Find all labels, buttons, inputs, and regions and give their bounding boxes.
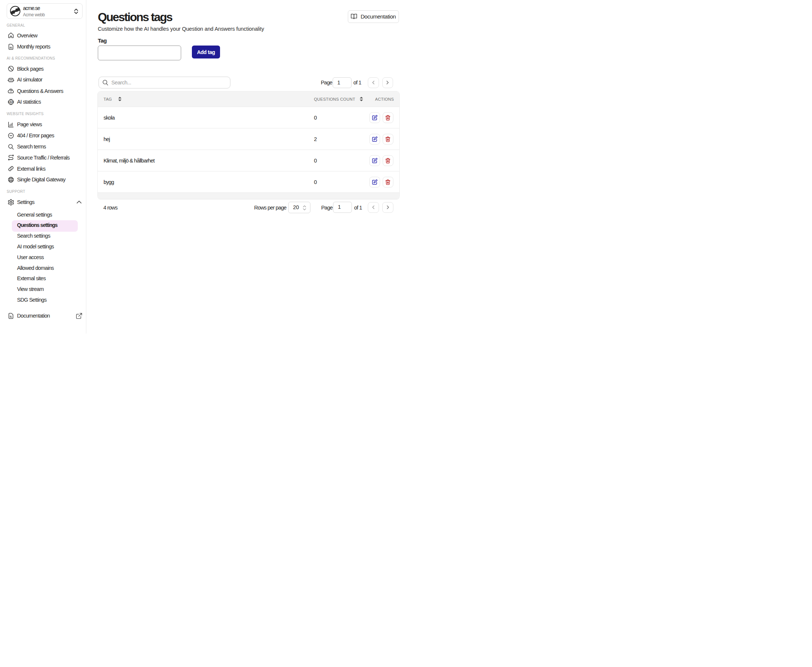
svg-text:AI: AI <box>10 100 12 103</box>
